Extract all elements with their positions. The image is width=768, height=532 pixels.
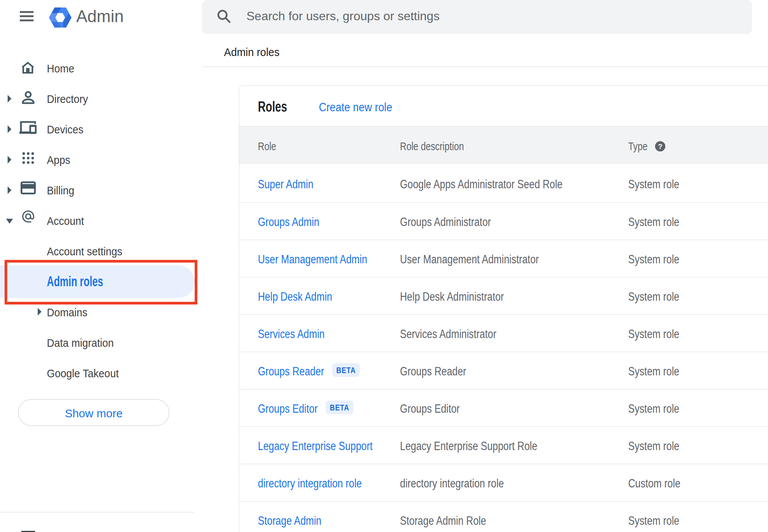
svg-text:?: ?	[658, 143, 662, 151]
